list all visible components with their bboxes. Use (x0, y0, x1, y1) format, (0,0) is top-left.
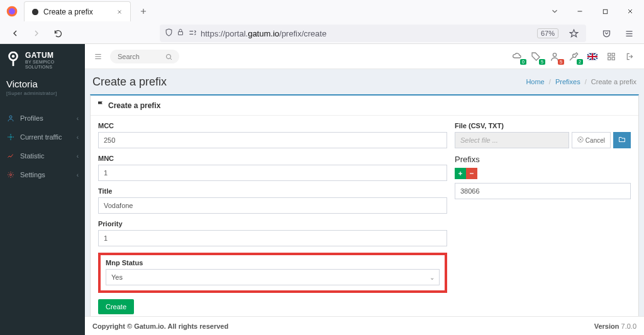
notif-wrench-icon[interactable]: 2 (567, 50, 580, 63)
traffic-icon (6, 133, 15, 141)
flag-icon[interactable] (586, 50, 599, 63)
priority-input[interactable] (98, 230, 447, 246)
menu-icon[interactable] (621, 26, 636, 41)
chevron-down-icon[interactable] (546, 3, 564, 20)
flag-icon (97, 101, 104, 110)
file-cancel-button[interactable]: Cancel (572, 132, 611, 148)
mcc-input[interactable] (98, 132, 447, 148)
breadcrumb-home[interactable]: Home (526, 78, 544, 85)
file-input[interactable]: Select file ... (455, 132, 569, 148)
zoom-level[interactable]: 67% (537, 28, 558, 38)
create-button[interactable]: Create (98, 299, 134, 314)
minimize-button[interactable] (571, 3, 589, 20)
user-role: [Super administrator] (6, 91, 79, 96)
footer: Copyright © Gatum.io. All rights reserve… (85, 316, 644, 335)
sidebar-menu: Profiles ‹ Current traffic ‹ Statistic ‹… (0, 109, 85, 184)
brand-subtitle: BY SEMPICO SOLUTIONS (25, 60, 79, 69)
content: Create a prefix MCC MNC Title (85, 94, 644, 316)
panel-heading: Create a prefix (91, 96, 638, 116)
svg-point-1 (9, 8, 15, 14)
page-header: Create a prefix Home / Prefixes / Create… (85, 69, 644, 94)
bookmark-icon[interactable] (566, 26, 581, 41)
search-button[interactable] (164, 52, 174, 62)
user-block: Victoria [Super administrator] (0, 75, 85, 102)
title-label: Title (98, 187, 447, 195)
notif-cloud-icon[interactable]: 0 (511, 50, 523, 63)
sidebar-item-label: Statistic (20, 152, 72, 160)
forward-button[interactable] (29, 26, 44, 41)
brand-name: GATUM (25, 52, 79, 60)
panel: Create a prefix MCC MNC Title (90, 94, 639, 316)
file-browse-button[interactable] (613, 132, 631, 148)
badge: 5 (539, 59, 545, 65)
notif-user-icon[interactable]: 5 (548, 50, 561, 63)
address-bar: https://portal.gatum.io/prefix/create 67… (0, 23, 644, 44)
priority-label: Priority (98, 220, 447, 228)
topbar: 0 5 5 2 (85, 44, 644, 69)
file-label: File (CSV, TXT) (455, 122, 631, 129)
svg-point-5 (12, 55, 15, 58)
breadcrumb-parent[interactable]: Prefixes (555, 78, 580, 85)
browser-tab[interactable]: Create a prefix (24, 1, 131, 21)
mnc-input[interactable] (98, 165, 447, 181)
title-input[interactable] (98, 197, 447, 214)
tab-favicon-icon (31, 8, 40, 16)
window-controls (546, 3, 639, 20)
sidebar-item-profiles[interactable]: Profiles ‹ (0, 109, 85, 128)
browser-chrome: Create a prefix https://portal.gatu (0, 0, 644, 44)
mcc-label: MCC (98, 122, 447, 129)
mnc-label: MNC (98, 155, 447, 162)
app: GATUM BY SEMPICO SOLUTIONS Victoria [Sup… (0, 44, 644, 335)
prefixs-title: Prefixs (455, 155, 631, 164)
svg-rect-13 (612, 53, 614, 55)
prefix-input[interactable] (455, 183, 631, 199)
sidebar-item-label: Profiles (20, 114, 72, 122)
sidebar-item-current-traffic[interactable]: Current traffic ‹ (0, 128, 85, 146)
highlighted-section: Mnp Status Yes ⌄ (98, 253, 447, 293)
svg-rect-2 (603, 9, 607, 13)
shield-icon (165, 28, 173, 39)
breadcrumb-current: Create a prefix (591, 78, 636, 85)
reload-button[interactable] (50, 26, 65, 41)
close-icon[interactable] (115, 8, 124, 16)
panel-body: MCC MNC Title Priority (91, 116, 638, 316)
logout-icon[interactable] (624, 50, 636, 63)
tab-strip: Create a prefix (0, 0, 644, 23)
user-icon (6, 114, 15, 123)
tab-title: Create a prefix (43, 8, 111, 16)
svg-rect-3 (179, 31, 183, 35)
panel-title: Create a prefix (108, 101, 160, 110)
grid-icon[interactable] (605, 50, 618, 63)
back-button[interactable] (8, 26, 23, 41)
add-prefix-button[interactable] (455, 168, 466, 179)
gear-icon (6, 170, 15, 179)
sidebar-item-statistic[interactable]: Statistic ‹ (0, 146, 85, 165)
chart-icon (6, 151, 15, 160)
firefox-icon (5, 4, 19, 18)
url-bar[interactable]: https://portal.gatum.io/prefix/create 67… (160, 25, 586, 42)
permissions-icon (188, 28, 197, 39)
toggle-sidebar-button[interactable] (92, 51, 104, 62)
sidebar-item-settings[interactable]: Settings ‹ (0, 165, 85, 184)
new-tab-button[interactable] (135, 3, 152, 20)
sidebar-item-label: Settings (20, 171, 72, 178)
search (110, 50, 179, 63)
svg-rect-14 (608, 57, 611, 60)
remove-prefix-button[interactable] (466, 168, 477, 179)
pocket-icon[interactable] (599, 26, 614, 41)
footer-version: Version 7.0.0 (594, 322, 636, 330)
close-window-button[interactable] (621, 3, 639, 20)
topbar-right: 0 5 5 2 (511, 50, 636, 63)
svg-point-7 (10, 136, 12, 138)
sidebar: GATUM BY SEMPICO SOLUTIONS Victoria [Sup… (0, 44, 85, 335)
side-column: File (CSV, TXT) Select file ... Cancel (455, 122, 631, 314)
brand-icon (6, 52, 20, 70)
url-text: https://portal.gatum.io/prefix/create (201, 29, 326, 38)
notif-tag-icon[interactable]: 5 (530, 50, 542, 63)
page-title: Create a prefix (92, 75, 167, 89)
maximize-button[interactable] (596, 3, 614, 20)
badge: 5 (558, 59, 564, 65)
footer-copyright: Copyright © Gatum.io. All rights reserve… (92, 322, 228, 330)
lock-icon (177, 28, 184, 39)
mnp-status-select[interactable]: Yes (106, 269, 440, 285)
